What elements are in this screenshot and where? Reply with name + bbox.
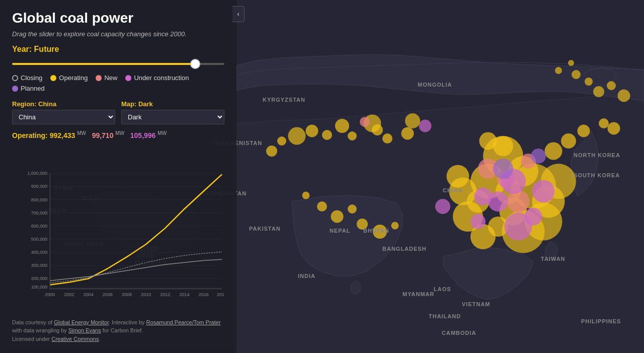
operating-dot (50, 75, 56, 81)
under-construction-dot (125, 75, 131, 81)
svg-text:200,000: 200,000 (31, 276, 48, 281)
svg-text:2016: 2016 (199, 292, 209, 297)
svg-text:900,000: 900,000 (31, 184, 48, 189)
svg-text:2010: 2010 (141, 292, 151, 297)
stats-display: Operating: 992,433 MW 99,710 MW 105,996 … (12, 129, 224, 141)
svg-text:800,000: 800,000 (31, 197, 48, 202)
map-label-ctrl: Map: Dark (121, 100, 224, 108)
stat-operating-value: 992,433 (50, 131, 75, 139)
panel-title: Global coal power (12, 10, 224, 26)
closing-label: Closing (21, 74, 42, 82)
footer-text: Data courtesy of Global Energy Monitor. … (12, 319, 221, 342)
svg-text:1,000,000: 1,000,000 (27, 171, 47, 176)
selectors-row: Region: China China Map: Dark Dark (12, 100, 224, 124)
under-construction-label: Under construction (134, 74, 189, 82)
capacity-chart: Capacity (MW) 1,000,000 900,000 800,000 … (12, 149, 224, 314)
legend-new: New (96, 74, 117, 82)
panel-subtitle: Drag the slider to explore coal capacity… (12, 30, 224, 38)
stat-operating-label: Operating: (12, 131, 48, 139)
closing-dot (12, 75, 18, 81)
region-selector-group: Region: China China (12, 100, 115, 124)
svg-text:100,000: 100,000 (31, 285, 48, 290)
collapse-button[interactable]: ‹ (232, 6, 245, 22)
stat-new-unit: MW (115, 130, 124, 136)
legend-under-construction: Under construction (125, 74, 189, 82)
simon-evans-link: Simon Evans (68, 327, 101, 333)
year-slider-container (12, 58, 224, 67)
creative-commons-link: Creative Commons (51, 336, 99, 342)
svg-text:400,000: 400,000 (31, 250, 48, 255)
map-selector-group: Map: Dark Dark (121, 100, 224, 124)
info-panel: ‹ Global coal power Drag the slider to e… (0, 0, 236, 353)
svg-text:2004: 2004 (84, 292, 94, 297)
year-slider[interactable] (12, 63, 224, 65)
stat-new-value: 99,710 (92, 131, 114, 139)
footer-credit: Data courtesy of Global Energy Monitor. … (12, 314, 224, 343)
operating-label: Operating (59, 74, 88, 82)
legend: Closing Operating New Under construction… (12, 74, 224, 92)
region-select[interactable]: China (12, 110, 115, 124)
legend-closing: Closing (12, 74, 42, 82)
svg-text:2000: 2000 (45, 292, 55, 297)
svg-text:2008: 2008 (122, 292, 132, 297)
legend-operating: Operating (50, 74, 88, 82)
legend-planned: Planned (12, 85, 45, 92)
map-select[interactable]: Dark (121, 110, 224, 124)
planned-label: Planned (21, 85, 45, 92)
planned-dot (12, 86, 18, 92)
svg-text:500,000: 500,000 (31, 237, 48, 242)
svg-text:2002: 2002 (64, 292, 74, 297)
svg-text:2018: 2018 (217, 292, 224, 297)
svg-text:300,000: 300,000 (31, 263, 48, 268)
global-energy-monitor-link: Global Energy Monitor (54, 319, 109, 325)
stat-operating-unit: MW (77, 130, 86, 136)
chart-svg: Capacity (MW) 1,000,000 900,000 800,000 … (12, 149, 224, 314)
stat-construction-value: 105,996 (130, 131, 156, 139)
new-label: New (104, 74, 117, 82)
region-label: Region: China (12, 100, 115, 108)
author-link: Rosamund Pearce/Tom Prater (146, 319, 221, 325)
year-label: Year: Future (12, 45, 224, 54)
svg-text:700,000: 700,000 (31, 210, 48, 215)
new-dot (96, 75, 102, 81)
svg-text:2014: 2014 (180, 292, 190, 297)
stat-construction-unit: MW (157, 130, 167, 136)
svg-text:600,000: 600,000 (31, 224, 48, 229)
svg-text:2012: 2012 (160, 292, 170, 297)
svg-text:2006: 2006 (103, 292, 113, 297)
